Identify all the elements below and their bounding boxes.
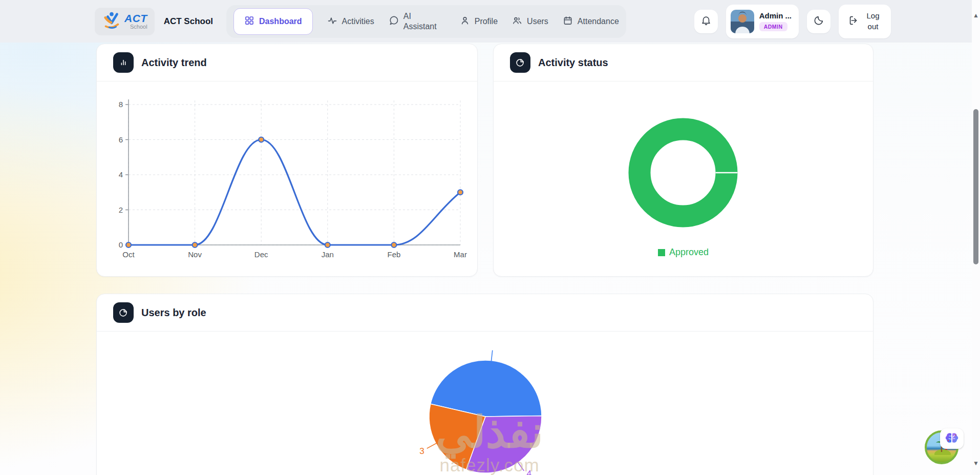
activity-trend-chart: 02468OctNovDecJanFebMar (106, 89, 471, 261)
logo-brand-text: ACT (124, 13, 147, 24)
card-title: Activity trend (141, 57, 207, 69)
svg-text:6: 6 (119, 135, 123, 144)
card-header: Activity trend (97, 44, 477, 81)
legend-label: Approved (669, 247, 709, 258)
navbar: ACT School ACT School Dashboard (0, 0, 980, 43)
scroll-up-arrow[interactable]: ▲ (973, 12, 979, 18)
logout-label: Log out (864, 11, 882, 32)
activity-trend-card: Activity trend 02468OctNovDecJanFebMar (96, 44, 478, 277)
nav-label: Profile (475, 17, 498, 26)
extension-widget[interactable] (925, 428, 964, 466)
chart-legend: Approved (494, 247, 873, 258)
main-nav: Dashboard Activities AI Assistant (226, 5, 626, 38)
navbar-right: Admin ... ADMIN Log out (694, 5, 891, 38)
avatar (731, 10, 754, 33)
card-title: Users by role (141, 307, 206, 319)
svg-text:Dec: Dec (254, 250, 268, 259)
users-icon (512, 15, 522, 28)
school-name: ACT School (164, 16, 213, 27)
logo-sub-text: School (130, 24, 147, 30)
nav-item-attendance[interactable]: Attendance (563, 15, 619, 28)
user-menu[interactable]: Admin ... ADMIN (726, 5, 799, 38)
logout-icon (848, 15, 859, 28)
users-by-role-card: Users by role 43 (96, 294, 874, 475)
svg-text:Jan: Jan (322, 250, 334, 259)
school-logo[interactable]: ACT School (95, 8, 155, 35)
scrollbar-thumb[interactable] (973, 109, 978, 264)
nav-label: Activities (342, 17, 374, 26)
svg-text:8: 8 (119, 100, 123, 109)
users-by-role-chart: 43 (97, 325, 874, 475)
chat-icon (389, 15, 399, 28)
calendar-icon (563, 15, 573, 28)
notifications-button[interactable] (694, 10, 718, 33)
nav-label: Users (527, 17, 548, 26)
brain-bubble-icon (940, 428, 964, 449)
svg-text:0: 0 (119, 240, 123, 249)
nav-label: Dashboard (259, 17, 302, 26)
moon-icon (813, 15, 824, 28)
svg-text:Oct: Oct (122, 250, 135, 259)
scroll-down-arrow[interactable]: ▼ (973, 460, 979, 466)
nav-label: AI Assistant (403, 11, 445, 32)
activity-status-chart (494, 89, 874, 243)
nav-item-ai-assistant[interactable]: AI Assistant (389, 11, 445, 32)
user-icon (460, 15, 470, 28)
role-badge: ADMIN (759, 22, 787, 31)
logo-icon (102, 11, 121, 32)
bell-icon (700, 15, 712, 28)
pie-chart-icon (113, 302, 134, 323)
scrollbar[interactable]: ▲ ▼ (972, 0, 980, 475)
svg-text:Mar: Mar (454, 250, 467, 259)
nav-item-users[interactable]: Users (512, 15, 548, 28)
activity-icon (327, 15, 337, 28)
nav-item-activities[interactable]: Activities (327, 15, 374, 28)
bar-chart-icon (113, 52, 134, 73)
grid-icon (244, 15, 254, 28)
user-name: Admin ... (759, 11, 792, 20)
nav-item-profile[interactable]: Profile (460, 15, 498, 28)
dark-mode-toggle[interactable] (807, 10, 830, 33)
pie-chart-icon (510, 52, 530, 73)
svg-text:3: 3 (419, 446, 424, 456)
nav-item-dashboard[interactable]: Dashboard (233, 8, 313, 35)
svg-text:2: 2 (119, 205, 123, 214)
activity-status-card: Activity status Approved (493, 44, 874, 277)
legend-swatch-approved (658, 249, 665, 256)
dashboard-page: ACT School ACT School Dashboard (0, 0, 980, 475)
svg-text:4: 4 (526, 469, 531, 475)
nav-label: Attendance (578, 17, 619, 26)
svg-text:Nov: Nov (188, 250, 202, 259)
logout-button[interactable]: Log out (839, 5, 891, 38)
svg-text:4: 4 (119, 170, 123, 179)
card-title: Activity status (538, 57, 608, 69)
svg-text:Feb: Feb (387, 250, 400, 259)
card-header: Activity status (494, 44, 873, 81)
